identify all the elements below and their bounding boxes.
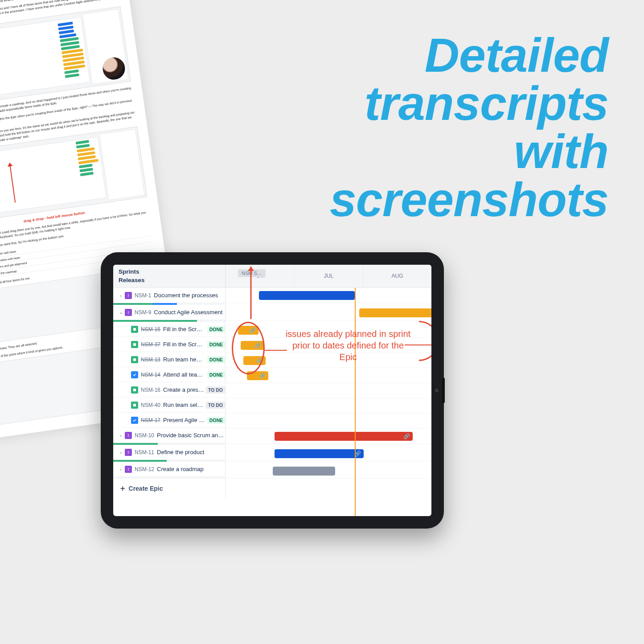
issue-key: NSM-14 <box>141 372 160 378</box>
issue-title: Define the product <box>157 449 225 455</box>
story-icon <box>131 386 138 394</box>
month-column: AUG <box>363 265 431 287</box>
issue-title: Fill in the Scrum che… <box>163 341 205 348</box>
status-badge: DONE <box>207 371 225 378</box>
svg-rect-3 <box>133 343 136 346</box>
create-epic-label: Create Epic <box>129 485 163 492</box>
timeline-header: Sprints Releases NSM S… JN JUL AUG <box>113 265 431 288</box>
epic-progress <box>113 477 225 479</box>
issue-key: NSM-40 <box>141 402 160 408</box>
today-marker <box>355 288 356 516</box>
chevron-down-icon[interactable]: ⌄ <box>118 309 124 315</box>
issue-key: NSM-13 <box>141 357 160 363</box>
svg-rect-2 <box>133 328 136 331</box>
epic-icon <box>125 432 132 439</box>
issue-key: NSM-17 <box>141 417 160 423</box>
releases-section-label[interactable]: Releases <box>119 277 220 283</box>
issue-key: NSM-9 <box>135 309 151 316</box>
svg-line-0 <box>10 163 16 203</box>
epic-row[interactable]: › NSM-10 Provide basic Scrum and Agile … <box>113 428 225 443</box>
annotation-arrow-icon <box>246 267 255 326</box>
story-row[interactable]: NSM-40 Run team self-asses… TO DO <box>113 398 225 413</box>
epic-row[interactable]: › NSM-11 Define the product <box>113 445 225 460</box>
chevron-right-icon[interactable]: › <box>118 467 124 472</box>
story-icon <box>131 341 138 348</box>
gantt-bar[interactable] <box>273 467 335 476</box>
svg-rect-6 <box>133 404 136 406</box>
tablet-side-button <box>442 378 445 403</box>
gantt-chart[interactable]: 🔗 🔗 🔗 🔗 🔗 🔗 issues already <box>226 288 431 498</box>
gantt-bar[interactable]: 🔗 <box>275 449 364 458</box>
link-icon: 🔗 <box>403 433 410 439</box>
issue-title: Present Agile assess… <box>163 417 205 423</box>
issue-title: Run team health sel… <box>163 356 205 363</box>
gantt-bar[interactable]: 🔗 <box>275 432 413 441</box>
issue-tree: › NSM-1 Document the processes ⌄ NSM-9 C… <box>113 288 226 498</box>
story-row[interactable]: NSM-37 Fill in the Scrum che… DONE <box>113 337 225 352</box>
timeline-body: › NSM-1 Document the processes ⌄ NSM-9 C… <box>113 288 431 498</box>
status-badge: DONE <box>207 356 225 363</box>
issue-key: NSM-12 <box>135 466 154 472</box>
epic-progress <box>113 460 225 462</box>
svg-marker-1 <box>7 163 13 167</box>
issue-title: Create a roadmap <box>157 466 225 472</box>
chevron-right-icon[interactable]: › <box>118 450 124 455</box>
tablet-device-frame: Sprints Releases NSM S… JN JUL AUG › NSM… <box>101 252 444 529</box>
status-badge: DONE <box>207 341 225 348</box>
create-epic-button[interactable]: + Create Epic <box>113 479 225 498</box>
epic-progress <box>113 443 225 445</box>
task-icon <box>131 417 138 424</box>
story-icon <box>131 356 138 363</box>
svg-rect-4 <box>133 358 136 361</box>
task-row[interactable]: NSM-14 Attend all team Spri… DONE <box>113 367 225 382</box>
issue-title: Document the processes <box>154 292 225 299</box>
epic-icon <box>125 449 132 456</box>
svg-marker-8 <box>248 267 254 271</box>
task-icon <box>131 371 138 378</box>
story-row[interactable]: NSM-16 Create a presentati… TO DO <box>113 382 225 398</box>
epic-row[interactable]: › NSM-1 Document the processes <box>113 288 225 303</box>
tablet-camera-icon <box>435 389 439 392</box>
plus-icon: + <box>120 484 125 493</box>
story-icon <box>131 326 138 333</box>
gantt-bar[interactable] <box>259 291 355 300</box>
epic-row[interactable]: ⌄ NSM-9 Conduct Agile Assessment <box>113 305 225 320</box>
chevron-right-icon[interactable]: › <box>118 293 124 298</box>
status-badge: DONE <box>207 417 225 424</box>
svg-rect-5 <box>133 389 136 391</box>
month-column: JUL <box>294 265 363 287</box>
issue-title: Provide basic Scrum and Agile … <box>157 432 225 439</box>
annotation-text: issues already planned in sprint prior t… <box>283 328 413 363</box>
gantt-bar[interactable] <box>359 308 431 317</box>
issue-title: Fill in the Scrum Ch… <box>163 326 205 332</box>
jira-roadmap-screen: Sprints Releases NSM S… JN JUL AUG › NSM… <box>113 265 431 516</box>
epic-icon <box>125 292 132 299</box>
issue-title: Conduct Agile Assessment <box>154 309 225 316</box>
story-icon <box>131 402 138 409</box>
epic-row[interactable]: › NSM-12 Create a roadmap <box>113 462 225 477</box>
story-row[interactable]: NSM-13 Run team health sel… DONE <box>113 352 225 367</box>
issue-key: NSM-10 <box>135 432 154 439</box>
annotation-circle-icon <box>232 322 265 374</box>
status-badge: TO DO <box>206 386 225 394</box>
issue-key: NSM-1 <box>135 292 151 299</box>
issue-title: Run team self-asses… <box>163 402 204 408</box>
story-row[interactable]: NSM-15 Fill in the Scrum Ch… DONE <box>113 322 225 337</box>
promo-headline: Detailed transcripts with screenshots <box>330 31 608 224</box>
sprints-section-label[interactable]: Sprints <box>119 268 220 275</box>
epic-icon <box>125 309 132 316</box>
issue-key: NSM-16 <box>141 387 160 393</box>
epic-progress <box>113 320 225 322</box>
issue-key: NSM-15 <box>141 326 160 332</box>
chevron-right-icon[interactable]: › <box>118 433 124 438</box>
issue-key: NSM-11 <box>135 449 154 455</box>
epic-icon <box>125 466 132 473</box>
status-badge: DONE <box>207 326 225 333</box>
status-badge: TO DO <box>206 402 225 409</box>
issue-key: NSM-37 <box>141 341 160 348</box>
link-icon: 🔗 <box>259 373 266 379</box>
epic-progress <box>113 303 225 305</box>
issue-title: Create a presentati… <box>163 386 204 393</box>
task-row[interactable]: NSM-17 Present Agile assess… DONE <box>113 413 225 428</box>
issue-title: Attend all team Spri… <box>163 371 205 378</box>
